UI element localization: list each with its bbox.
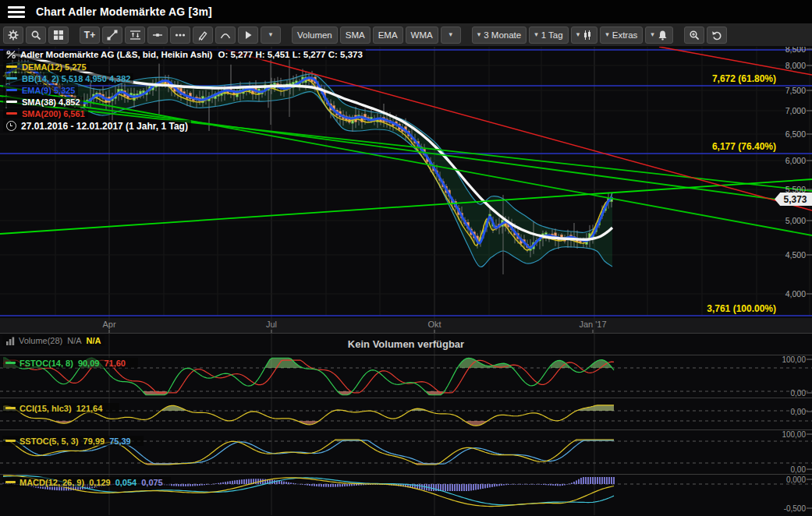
volumen-button[interactable]: Volumen bbox=[292, 27, 338, 44]
cursor-tool-icon[interactable] bbox=[238, 27, 258, 44]
volume-label: Volume(28) bbox=[19, 336, 62, 345]
alerts-dropdown[interactable]: ▾ bbox=[645, 27, 673, 44]
chart-legend: Adler Modemärkte AG (L&S, bid, Heikin As… bbox=[3, 49, 366, 132]
volume-value-1: N/A bbox=[67, 336, 81, 345]
x-axis-label: Apr bbox=[102, 320, 115, 329]
cci-swatch bbox=[5, 407, 16, 409]
indicator-axis-label: 100,00 bbox=[782, 355, 806, 364]
fstoc-swatch bbox=[5, 362, 16, 364]
legend-row-dema[interactable]: DEMA(12) 5,275 bbox=[3, 62, 90, 72]
pencil-tool-icon[interactable] bbox=[193, 27, 213, 44]
macd-swatch bbox=[5, 481, 16, 483]
x-axis-label: Okt bbox=[427, 320, 441, 329]
grid-layout-icon[interactable] bbox=[48, 27, 69, 44]
legend-row-bb[interactable]: BB(14, 2) 5,518 4,950 4,382 bbox=[3, 73, 133, 83]
fibonacci-label: 3,761 (100.00%) bbox=[707, 303, 776, 314]
volume-legend-row[interactable]: Volume(28) N/A N/A bbox=[2, 335, 105, 346]
indicator-axis-label: 0,00 bbox=[791, 465, 806, 474]
trendline-tool-icon[interactable] bbox=[102, 27, 122, 44]
fstoc-legend-row[interactable]: FSTOC(14, 8)90,0971,60 bbox=[2, 358, 138, 368]
dema-swatch bbox=[6, 65, 17, 68]
instrument-legend-row[interactable]: Adler Modemärkte AG (L&S, bid, Heikin As… bbox=[3, 49, 366, 60]
macd-legend-row[interactable]: MACD(12, 26, 9)0,1290,0540,075 bbox=[2, 477, 171, 487]
ohlc-values: O: 5,277 H: 5,451 L: 5,277 C: 5,373 bbox=[218, 50, 362, 59]
fibonacci-label: 6,177 (76.40%) bbox=[712, 141, 776, 152]
chart-type-dropdown[interactable]: ▾ bbox=[571, 27, 598, 44]
horizontal-line-tool-icon[interactable] bbox=[147, 27, 168, 44]
indicator-axis-label: 100,00 bbox=[782, 430, 806, 439]
more-indicators-caret[interactable]: ▾ bbox=[441, 27, 461, 44]
sma38-swatch bbox=[6, 101, 17, 103]
sstoc-swatch bbox=[5, 440, 16, 442]
cci-legend-row[interactable]: CCI(15, hlc3)121,64 bbox=[2, 403, 119, 413]
fibonacci-tool-icon[interactable] bbox=[125, 27, 145, 44]
text-tool-icon[interactable]: T+ bbox=[80, 27, 100, 44]
clock-icon bbox=[6, 121, 16, 131]
arc-tool-icon[interactable] bbox=[215, 27, 236, 44]
volume-value-2: N/A bbox=[87, 336, 101, 345]
price-axis-label: 8,000 bbox=[785, 61, 806, 70]
no-volume-message: Kein Volumen verfügbar bbox=[0, 338, 812, 350]
fibonacci-label: 7,672 (61.80%) bbox=[712, 73, 776, 84]
percent-icon bbox=[6, 50, 16, 59]
dotted-line-tool-icon[interactable] bbox=[170, 27, 190, 44]
interval-dropdown[interactable]: ▾1 Tag bbox=[529, 27, 568, 44]
chart-type-candle-icon bbox=[583, 30, 592, 41]
bb-swatch bbox=[6, 77, 17, 80]
ema-swatch bbox=[6, 89, 17, 91]
range-dropdown[interactable]: ▾3 Monate bbox=[472, 27, 527, 44]
price-axis-label: 6,500 bbox=[785, 129, 806, 139]
instrument-name: Adler Modemärkte AG (L&S, bid, Heikin As… bbox=[20, 50, 212, 59]
last-price-tag: 5,373 bbox=[775, 193, 812, 206]
gear-icon[interactable] bbox=[3, 27, 23, 44]
chart-window: Chart Adler Modemärkte AG [3m] T+ bbox=[0, 0, 812, 516]
indicator-axis-label: 0,000 bbox=[786, 475, 806, 484]
price-axis-label: 7,500 bbox=[785, 86, 806, 95]
toolbar: T+ ▾ Volumen SMA EMA WMA ▾ ▾3 Monate ▾1 … bbox=[0, 23, 812, 47]
price-axis-label: 4,000 bbox=[785, 289, 806, 299]
price-axis-label: 6,000 bbox=[785, 156, 806, 165]
indicator-axis-label: -0,500 bbox=[784, 504, 806, 513]
sstoc-legend-row[interactable]: SSTOC(5, 5, 3)79,9975,39 bbox=[2, 436, 144, 446]
title-bar: Chart Adler Modemärkte AG [3m] bbox=[0, 0, 812, 24]
more-tools-caret[interactable]: ▾ bbox=[261, 27, 281, 44]
undo-icon[interactable] bbox=[707, 27, 727, 44]
search-icon[interactable] bbox=[26, 27, 46, 44]
x-axis-label: Jan '17 bbox=[579, 320, 606, 329]
legend-row-range: 27.01.2016 - 12.01.2017 (1 Jahr, 1 Tag) bbox=[3, 120, 191, 132]
price-axis-label: 4,500 bbox=[785, 250, 806, 260]
price-axis-label: 5,000 bbox=[785, 216, 806, 225]
window-title: Chart Adler Modemärkte AG [3m] bbox=[36, 5, 212, 18]
sma-button[interactable]: SMA bbox=[340, 27, 371, 44]
legend-row-ema[interactable]: EMA(9) 5,325 bbox=[3, 85, 78, 95]
ema-button[interactable]: EMA bbox=[373, 27, 403, 44]
bell-icon bbox=[658, 30, 668, 41]
legend-row-sma200[interactable]: SMA(200) 6,561 bbox=[3, 108, 88, 118]
volume-bars-icon bbox=[5, 337, 15, 345]
hamburger-menu-icon[interactable] bbox=[8, 6, 25, 18]
zoom-in-icon[interactable] bbox=[684, 27, 704, 44]
indicator-axis-label: 0,00 bbox=[791, 408, 806, 416]
sma200-swatch bbox=[6, 112, 17, 115]
price-axis-label: 7,000 bbox=[785, 106, 806, 115]
legend-row-sma38[interactable]: SMA(38) 4,852 bbox=[3, 97, 83, 107]
indicator-axis-label: 0,00 bbox=[791, 389, 806, 398]
wma-button[interactable]: WMA bbox=[406, 27, 438, 44]
x-axis-label: Jul bbox=[266, 320, 277, 329]
extras-dropdown[interactable]: ▾Extras bbox=[600, 27, 643, 44]
